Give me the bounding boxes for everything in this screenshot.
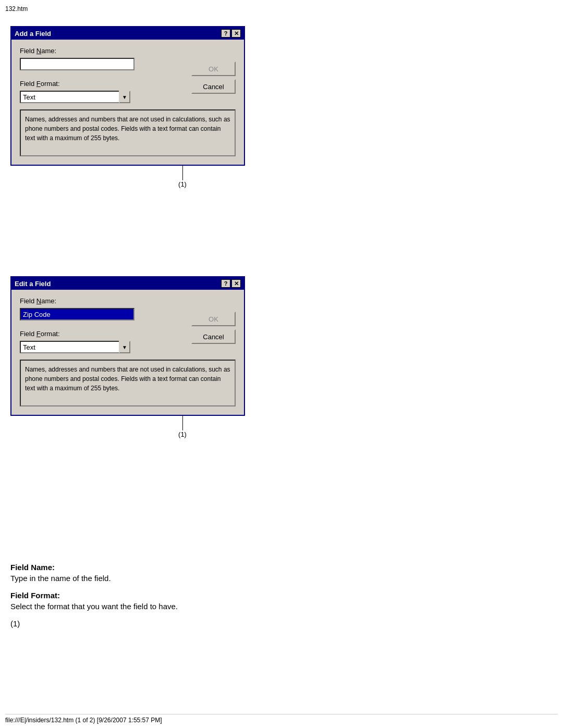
titlebar-buttons: ? ✕	[221, 29, 241, 38]
add-field-dialog: Add a Field ? ✕ Field Name: Field Format…	[10, 26, 245, 188]
help-button-1[interactable]: ?	[221, 29, 230, 38]
field-format-select-wrapper-1: Text Number Date Time Memo Calculated Su…	[20, 91, 187, 103]
edit-field-dialog-window: Edit a Field ? ✕ Field Name: Field Forma…	[10, 276, 245, 416]
annotation-line-2	[182, 416, 183, 430]
field-format-section: Field Format: Select the format that you…	[10, 591, 178, 611]
select-arrow-2[interactable]: ▼	[119, 341, 130, 353]
footer-note: file:///E|/insiders/132.htm (1 of 2) [9/…	[5, 714, 558, 724]
add-field-right: OK Cancel	[191, 47, 236, 103]
file-label: 132.htm	[5, 5, 28, 13]
field-format-label-2: Field Format:	[20, 330, 187, 338]
ok-button-1[interactable]: OK	[191, 61, 236, 76]
edit-field-dialog: Edit a Field ? ✕ Field Name: Field Forma…	[10, 276, 245, 438]
close-button-1[interactable]: ✕	[231, 29, 241, 38]
edit-field-right: OK Cancel	[191, 297, 236, 353]
field-format-select-wrapper-2: Text Number Date Time Memo Calculated Su…	[20, 341, 187, 353]
add-field-dialog-window: Add a Field ? ✕ Field Name: Field Format…	[10, 26, 245, 166]
add-field-titlebar: Add a Field ? ✕	[11, 27, 244, 40]
annotation-label-2: (1)	[178, 430, 187, 438]
help-button-2[interactable]: ?	[221, 279, 230, 288]
description-box-2: Names, addresses and numbers that are no…	[20, 360, 236, 406]
add-field-left: Field Name: Field Format: Text Number Da…	[20, 47, 187, 103]
field-name-input-1[interactable]	[20, 58, 134, 70]
add-field-title: Add a Field	[15, 30, 51, 38]
field-format-body: Select the format that you want the fiel…	[10, 602, 178, 611]
field-name-heading: Field Name:	[10, 563, 178, 572]
edit-field-body: Field Name: Field Format: Text Number Da…	[11, 290, 244, 415]
field-name-input-2[interactable]	[20, 308, 134, 320]
field-name-body: Type in the name of the field.	[10, 574, 178, 583]
edit-field-titlebar: Edit a Field ? ✕	[11, 277, 244, 290]
annotation-label-1: (1)	[178, 180, 187, 188]
field-name-section: Field Name: Type in the name of the fiel…	[10, 563, 178, 583]
annotation-line-1	[182, 166, 183, 180]
field-format-heading: Field Format:	[10, 591, 178, 600]
select-arrow-1[interactable]: ▼	[119, 91, 130, 103]
field-name-label-2: Field Name:	[20, 297, 187, 305]
ok-button-2[interactable]: OK	[191, 312, 236, 326]
field-name-label-1: Field Name:	[20, 47, 187, 55]
help-content: Field Name: Type in the name of the fiel…	[10, 563, 178, 628]
field-format-select-2[interactable]: Text Number Date Time Memo Calculated Su…	[20, 341, 120, 353]
cancel-button-2[interactable]: Cancel	[191, 329, 236, 344]
footnote-ref: (1)	[10, 619, 178, 628]
edit-field-title: Edit a Field	[15, 280, 51, 288]
close-button-2[interactable]: ✕	[231, 279, 241, 288]
titlebar-buttons-2: ? ✕	[221, 279, 241, 288]
field-format-select-1[interactable]: Text Number Date Time Memo Calculated Su…	[20, 91, 120, 103]
edit-field-left: Field Name: Field Format: Text Number Da…	[20, 297, 187, 353]
add-field-body: Field Name: Field Format: Text Number Da…	[11, 40, 244, 165]
cancel-button-1[interactable]: Cancel	[191, 79, 236, 94]
description-box-1: Names, addresses and numbers that are no…	[20, 109, 236, 156]
field-format-label-1: Field Format:	[20, 80, 187, 88]
